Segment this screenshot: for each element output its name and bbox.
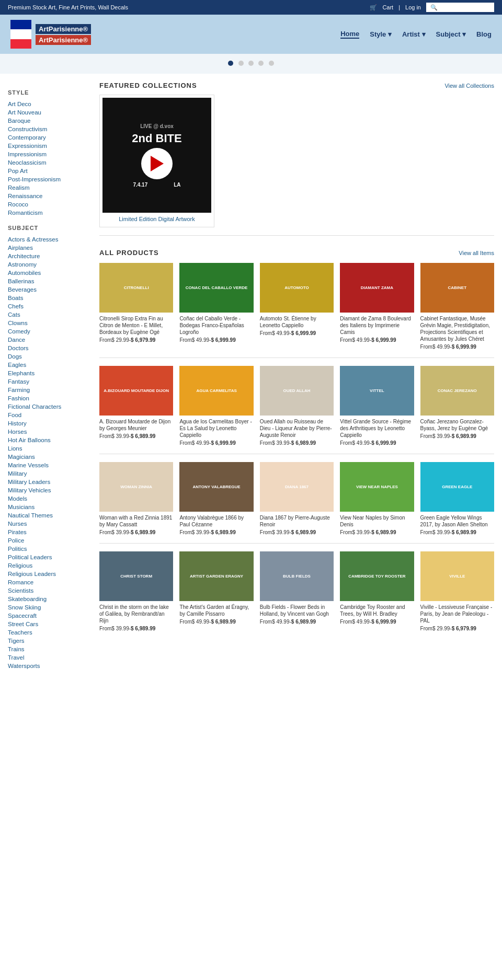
sidebar-subject-clowns[interactable]: Clowns: [8, 319, 92, 327]
sidebar-subject-doctors[interactable]: Doctors: [8, 344, 92, 352]
sidebar-subject-military[interactable]: Military: [8, 469, 92, 478]
product-card[interactable]: CONAC JEREZANOCoñac Jerezano Gonzalez-By…: [420, 366, 494, 446]
sidebar-subject-hot-air-balloons[interactable]: Hot Air Balloons: [8, 436, 92, 444]
sidebar-subject-cats[interactable]: Cats: [8, 310, 92, 319]
sidebar-subject-boats[interactable]: Boats: [8, 294, 92, 302]
sidebar-subject-skateboarding[interactable]: Skateboarding: [8, 595, 92, 603]
sidebar-style-realism[interactable]: Realism: [8, 183, 92, 192]
sidebar-style-romanticism[interactable]: Romanticism: [8, 209, 92, 217]
product-card[interactable]: VIVILLEViville - Lessiveuse Française - …: [420, 551, 494, 631]
product-card[interactable]: DIANA 1867Diana 1867 by Pierre-Auguste R…: [260, 462, 334, 535]
product-card[interactable]: AUTOMOTOAutomoto St. Étienne by Leonetto…: [260, 263, 334, 350]
sidebar-subject-snow-skiing[interactable]: Snow Skiing: [8, 603, 92, 612]
sidebar-subject-military-leaders[interactable]: Military Leaders: [8, 478, 92, 486]
sidebar-subject-travel[interactable]: Travel: [8, 653, 92, 662]
product-card[interactable]: VITTELVittel Grande Source - Régime des …: [340, 366, 414, 446]
sidebar-subject-spacecraft[interactable]: Spacecraft: [8, 612, 92, 620]
product-card[interactable]: DIAMANT ZAMADiamant de Zama 8 Boulevard …: [340, 263, 414, 350]
product-card[interactable]: WOMAN ZINNIAWoman with a Red Zinnia 1891…: [99, 462, 173, 535]
sidebar-subject-watersports[interactable]: Watersports: [8, 662, 92, 670]
product-card[interactable]: CITRONELLICitronelli Sirop Extra Fin au …: [99, 263, 173, 350]
sidebar-subject-lions[interactable]: Lions: [8, 444, 92, 453]
product-card[interactable]: BULB FIELDSBulb Fields - Flower Beds in …: [260, 551, 334, 631]
cart-link[interactable]: Cart: [382, 4, 393, 10]
dot-1[interactable]: [228, 61, 233, 66]
sidebar-subject-romance[interactable]: Romance: [8, 578, 92, 586]
sidebar-subject-nautical-themes[interactable]: Nautical Themes: [8, 511, 92, 520]
sidebar-subject-political-leaders[interactable]: Political Leaders: [8, 553, 92, 561]
sidebar-subject-nurses[interactable]: Nurses: [8, 520, 92, 528]
sidebar-subject-magicians[interactable]: Magicians: [8, 453, 92, 461]
dot-2[interactable]: [238, 61, 244, 66]
nav-subject[interactable]: Subject ▾: [436, 30, 466, 38]
sidebar-style-pop-art[interactable]: Pop Art: [8, 167, 92, 175]
product-card[interactable]: AGUA CARMELITASAgua de los Carmelitas Bo…: [179, 366, 253, 446]
product-card[interactable]: CABINETCabinet Fantastique, Musée Grévin…: [420, 263, 494, 350]
search-input[interactable]: [426, 3, 494, 12]
sidebar-subject-fashion[interactable]: Fashion: [8, 394, 92, 402]
sidebar-subject-beverages[interactable]: Beverages: [8, 285, 92, 294]
login-link[interactable]: Log in: [405, 4, 421, 10]
sidebar-style-rococo[interactable]: Rococo: [8, 200, 92, 209]
sidebar-subject-models[interactable]: Models: [8, 494, 92, 503]
sidebar-subject-street-cars[interactable]: Street Cars: [8, 620, 92, 628]
product-card[interactable]: GREEN EAGLEGreen Eagle Yellow Wings 2017…: [420, 462, 494, 535]
dot-3[interactable]: [248, 61, 254, 66]
nav-home[interactable]: Home: [340, 30, 359, 39]
sidebar-subject-dogs[interactable]: Dogs: [8, 352, 92, 361]
nav-blog[interactable]: Blog: [476, 30, 492, 38]
sidebar-style-impressionism[interactable]: Impressionism: [8, 150, 92, 158]
logo[interactable]: ArtParisienne® ArtParisienne®: [10, 20, 91, 49]
product-card[interactable]: A.BIZOUARD MOUTARDE DIJONA. Bizouard Mou…: [99, 366, 173, 446]
view-all-collections[interactable]: View all Collections: [444, 83, 494, 89]
product-card[interactable]: CHRIST STORMChrist in the storm on the l…: [99, 551, 173, 631]
sidebar-subject-airplanes[interactable]: Airplanes: [8, 244, 92, 252]
sidebar-subject-trains[interactable]: Trains: [8, 645, 92, 653]
sidebar-subject-farming[interactable]: Farming: [8, 386, 92, 394]
sidebar-subject-scientists[interactable]: Scientists: [8, 586, 92, 595]
sidebar-subject-pirates[interactable]: Pirates: [8, 528, 92, 536]
sidebar-subject-automobiles[interactable]: Automobiles: [8, 269, 92, 277]
sidebar-style-expressionism[interactable]: Expressionism: [8, 142, 92, 150]
sidebar-subject-police[interactable]: Police: [8, 536, 92, 545]
sidebar-style-neoclassicism[interactable]: Neoclassicism: [8, 158, 92, 167]
sidebar-style-baroque[interactable]: Baroque: [8, 117, 92, 125]
sidebar-subject-food[interactable]: Food: [8, 411, 92, 419]
nav-style[interactable]: Style ▾: [370, 30, 392, 38]
featured-card[interactable]: LIVE @ d.vox 2nd BITE 7.4.17 LA Limited …: [99, 95, 214, 227]
sidebar-subject-tigers[interactable]: Tigers: [8, 637, 92, 645]
sidebar-subject-religious-leaders[interactable]: Religious Leaders: [8, 570, 92, 578]
sidebar-subject-history[interactable]: History: [8, 419, 92, 428]
sidebar-subject-marine-vessels[interactable]: Marine Vessels: [8, 461, 92, 469]
sidebar-subject-elephants[interactable]: Elephants: [8, 369, 92, 377]
sidebar-subject-chefs[interactable]: Chefs: [8, 302, 92, 310]
sidebar-subject-horses[interactable]: Horses: [8, 428, 92, 436]
sidebar-subject-military-vehicles[interactable]: Military Vehicles: [8, 486, 92, 494]
sidebar-style-contemporary[interactable]: Contemporary: [8, 133, 92, 142]
product-card[interactable]: ANTONY VALABREGUEAntony Valabrègue 1866 …: [179, 462, 253, 535]
sidebar-subject-fantasy[interactable]: Fantasy: [8, 377, 92, 386]
sidebar-subject-religious[interactable]: Religious: [8, 561, 92, 570]
sidebar-subject-actors-actresses[interactable]: Actors & Actresses: [8, 235, 92, 244]
sidebar-style-constructivism[interactable]: Constructivism: [8, 125, 92, 133]
product-card[interactable]: CAMBRIDGE TOY ROOSTERCambridge Toy Roost…: [340, 551, 414, 631]
sidebar-subject-comedy[interactable]: Comedy: [8, 327, 92, 336]
sidebar-subject-astronomy[interactable]: Astronomy: [8, 260, 92, 269]
sidebar-style-renaissance[interactable]: Renaissance: [8, 192, 92, 200]
nav-artist[interactable]: Artist ▾: [402, 30, 426, 38]
sidebar-style-art-deco[interactable]: Art Deco: [8, 100, 92, 108]
dot-5[interactable]: [269, 61, 274, 66]
sidebar-subject-musicians[interactable]: Musicians: [8, 503, 92, 511]
product-card[interactable]: VIEW NEAR NAPLESView Near Naples by Simo…: [340, 462, 414, 535]
dot-4[interactable]: [258, 61, 264, 66]
sidebar-subject-fictional-characters[interactable]: Fictional Characters: [8, 402, 92, 411]
sidebar-subject-architecture[interactable]: Architecture: [8, 252, 92, 260]
sidebar-subject-teachers[interactable]: Teachers: [8, 628, 92, 637]
product-card[interactable]: ARTIST GARDEN ERAGNYThe Artist's Garden …: [179, 551, 253, 631]
product-card[interactable]: CONAC DEL CABALLO VERDECoñac del Caballo…: [179, 263, 253, 350]
sidebar-subject-eagles[interactable]: Eagles: [8, 361, 92, 369]
sidebar-subject-dance[interactable]: Dance: [8, 336, 92, 344]
sidebar-style-art-nouveau[interactable]: Art Nouveau: [8, 108, 92, 117]
product-card[interactable]: OUED ALLAHOued Allah ou Ruisseau de Dieu…: [260, 366, 334, 446]
sidebar-style-post-impressionism[interactable]: Post-Impressionism: [8, 175, 92, 183]
